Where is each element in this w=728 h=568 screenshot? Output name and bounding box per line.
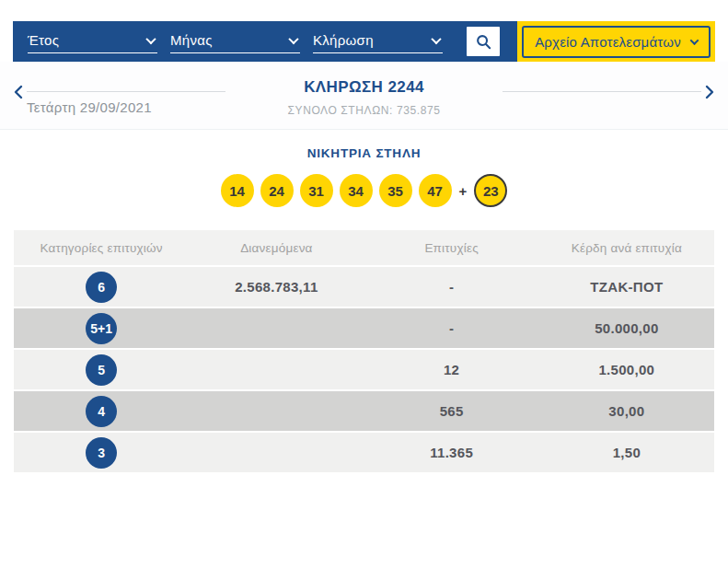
archive-panel: Αρχείο Αποτελεσμάτων bbox=[517, 21, 715, 62]
winning-number-ball: 24 bbox=[260, 174, 294, 207]
category-cell: 5+1 bbox=[14, 308, 189, 350]
winning-numbers: 142431343547+23 bbox=[0, 174, 728, 207]
table-header-row: Κατηγορίες επιτυχιών Διανεμόμενα Επιτυχί… bbox=[14, 230, 714, 267]
search-icon bbox=[475, 33, 492, 51]
prize-cell: 50.000,00 bbox=[539, 308, 714, 350]
prize-cell: ΤΖΑΚ-ΠΟΤ bbox=[539, 267, 714, 308]
header-distributed: Διανεμόμενα bbox=[189, 230, 364, 267]
month-dropdown-label: Μήνας bbox=[170, 33, 213, 47]
distributed-cell bbox=[189, 350, 364, 391]
chevron-down-icon bbox=[145, 33, 156, 43]
header-prize-per-winner: Κέρδη ανά επιτυχία bbox=[539, 230, 714, 267]
plus-sign: + bbox=[459, 183, 468, 199]
category-cell: 3 bbox=[14, 433, 189, 474]
next-draw-info bbox=[503, 77, 701, 92]
category-cell: 5 bbox=[14, 350, 189, 391]
previous-draw-info: Τετάρτη 29/09/2021 bbox=[27, 77, 225, 115]
month-dropdown[interactable]: Μήνας bbox=[170, 33, 300, 53]
archive-results-label: Αρχείο Αποτελεσμάτων bbox=[535, 34, 681, 50]
current-draw-header: ΚΛΗΡΩΣΗ 2244 ΣΥΝΟΛΟ ΣΤΗΛΩΝ: 735.875 bbox=[225, 77, 503, 117]
results-filter-bar: Έτος Μήνας Κλήρωση Αρχείο Αποτελεσμάτων bbox=[13, 21, 715, 62]
winning-number-ball: 47 bbox=[419, 174, 452, 207]
category-cell: 6 bbox=[14, 267, 189, 308]
winning-number-ball: 34 bbox=[340, 174, 373, 207]
category-badge: 6 bbox=[86, 272, 117, 303]
category-badge: 3 bbox=[86, 437, 117, 469]
draw-dropdown[interactable]: Κλήρωση bbox=[313, 33, 443, 53]
prize-cell: 1,50 bbox=[539, 433, 714, 474]
divider-line bbox=[503, 91, 701, 92]
total-columns-label: ΣΥΝΟΛΟ ΣΤΗΛΩΝ: 735.875 bbox=[225, 104, 503, 117]
table-row: 5+1-50.000,00 bbox=[14, 308, 714, 350]
joker-results-page: Έτος Μήνας Κλήρωση Αρχείο Αποτελεσμάτων bbox=[0, 21, 728, 474]
chevron-right-icon bbox=[705, 85, 714, 99]
category-cell: 4 bbox=[14, 391, 189, 433]
winning-number-ball: 35 bbox=[379, 174, 412, 207]
distributed-cell bbox=[189, 433, 364, 474]
draw-navigation: Τετάρτη 29/09/2021 ΚΛΗΡΩΣΗ 2244 ΣΥΝΟΛΟ Σ… bbox=[0, 62, 728, 130]
year-dropdown[interactable]: Έτος bbox=[28, 33, 157, 53]
header-winners: Επιτυχίες bbox=[364, 230, 539, 267]
winning-column-title: ΝΙΚΗΤΡΙΑ ΣΤΗΛΗ bbox=[0, 146, 728, 160]
next-draw-button[interactable] bbox=[705, 85, 714, 99]
chevron-down-icon bbox=[431, 33, 441, 43]
table-row: 62.568.783,11-ΤΖΑΚ-ΠΟΤ bbox=[14, 267, 714, 308]
prize-table-section: Κατηγορίες επιτυχιών Διανεμόμενα Επιτυχί… bbox=[14, 230, 714, 474]
winners-cell: 11.365 bbox=[364, 433, 539, 474]
chevron-left-icon bbox=[14, 85, 23, 99]
archive-results-button[interactable]: Αρχείο Αποτελεσμάτων bbox=[522, 26, 711, 58]
prize-cell: 1.500,00 bbox=[539, 350, 714, 391]
chevron-down-icon bbox=[288, 33, 298, 43]
header-categories: Κατηγορίες επιτυχιών bbox=[14, 230, 189, 267]
filter-controls: Έτος Μήνας Κλήρωση bbox=[13, 21, 517, 62]
category-badge: 5 bbox=[86, 354, 117, 386]
table-row: 311.3651,50 bbox=[14, 433, 714, 474]
draw-title: ΚΛΗΡΩΣΗ 2244 bbox=[225, 78, 503, 97]
draw-dropdown-label: Κλήρωση bbox=[313, 33, 374, 47]
winning-column-section: ΝΙΚΗΤΡΙΑ ΣΤΗΛΗ 142431343547+23 bbox=[0, 130, 728, 207]
chevron-down-icon bbox=[689, 36, 699, 45]
prize-table: Κατηγορίες επιτυχιών Διανεμόμενα Επιτυχί… bbox=[14, 230, 714, 474]
winners-cell: - bbox=[364, 308, 539, 350]
table-row: 5121.500,00 bbox=[14, 350, 714, 391]
winning-number-ball: 31 bbox=[300, 174, 333, 207]
table-row: 456530,00 bbox=[14, 391, 714, 433]
winners-cell: - bbox=[364, 267, 539, 308]
distributed-cell bbox=[189, 308, 364, 350]
previous-draw-button[interactable] bbox=[14, 85, 23, 99]
winners-cell: 12 bbox=[364, 350, 539, 391]
category-badge: 5+1 bbox=[86, 313, 117, 344]
category-badge: 4 bbox=[86, 396, 117, 427]
winners-cell: 565 bbox=[364, 391, 539, 433]
year-dropdown-label: Έτος bbox=[28, 33, 59, 47]
search-button[interactable] bbox=[467, 27, 500, 56]
prize-cell: 30,00 bbox=[539, 391, 714, 433]
draw-date: Τετάρτη 29/09/2021 bbox=[27, 99, 225, 115]
distributed-cell: 2.568.783,11 bbox=[189, 267, 364, 308]
joker-number-ball: 23 bbox=[474, 174, 507, 207]
winning-number-ball: 14 bbox=[221, 174, 254, 207]
divider-line bbox=[27, 91, 225, 92]
distributed-cell bbox=[189, 391, 364, 433]
